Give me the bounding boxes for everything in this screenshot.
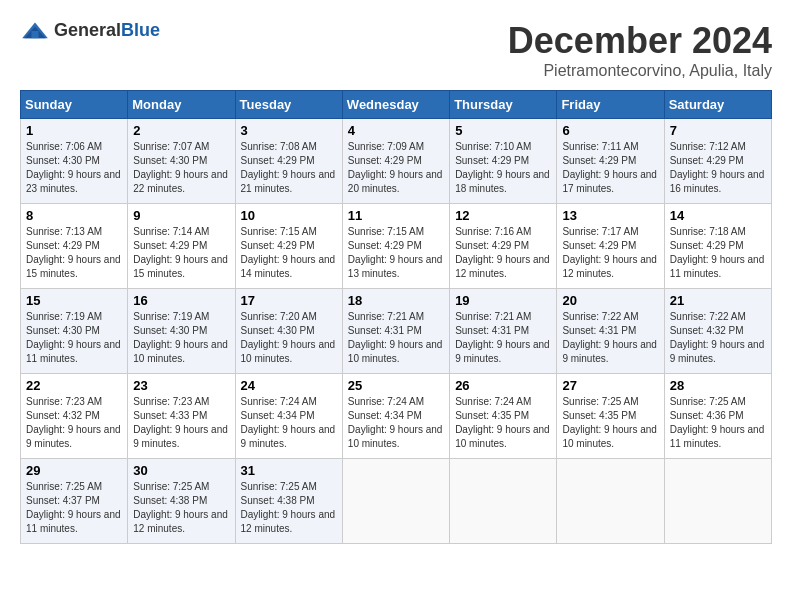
day-number: 13 bbox=[562, 208, 658, 223]
calendar-cell: 26 Sunrise: 7:24 AM Sunset: 4:35 PM Dayl… bbox=[450, 374, 557, 459]
day-info: Sunrise: 7:08 AM Sunset: 4:29 PM Dayligh… bbox=[241, 140, 337, 196]
day-number: 6 bbox=[562, 123, 658, 138]
day-info: Sunrise: 7:15 AM Sunset: 4:29 PM Dayligh… bbox=[241, 225, 337, 281]
day-info: Sunrise: 7:16 AM Sunset: 4:29 PM Dayligh… bbox=[455, 225, 551, 281]
calendar-cell: 13 Sunrise: 7:17 AM Sunset: 4:29 PM Dayl… bbox=[557, 204, 664, 289]
day-info: Sunrise: 7:06 AM Sunset: 4:30 PM Dayligh… bbox=[26, 140, 122, 196]
logo-text-general: General bbox=[54, 20, 121, 40]
day-info: Sunrise: 7:18 AM Sunset: 4:29 PM Dayligh… bbox=[670, 225, 766, 281]
svg-rect-2 bbox=[31, 31, 38, 38]
weekday-header-wednesday: Wednesday bbox=[342, 91, 449, 119]
month-title: December 2024 bbox=[508, 20, 772, 62]
day-number: 4 bbox=[348, 123, 444, 138]
calendar-week-row: 1 Sunrise: 7:06 AM Sunset: 4:30 PM Dayli… bbox=[21, 119, 772, 204]
calendar-cell: 11 Sunrise: 7:15 AM Sunset: 4:29 PM Dayl… bbox=[342, 204, 449, 289]
calendar-cell: 17 Sunrise: 7:20 AM Sunset: 4:30 PM Dayl… bbox=[235, 289, 342, 374]
calendar-week-row: 15 Sunrise: 7:19 AM Sunset: 4:30 PM Dayl… bbox=[21, 289, 772, 374]
page-header: GeneralBlue December 2024 Pietramontecor… bbox=[20, 20, 772, 80]
day-info: Sunrise: 7:25 AM Sunset: 4:36 PM Dayligh… bbox=[670, 395, 766, 451]
day-number: 14 bbox=[670, 208, 766, 223]
day-number: 30 bbox=[133, 463, 229, 478]
calendar-week-row: 22 Sunrise: 7:23 AM Sunset: 4:32 PM Dayl… bbox=[21, 374, 772, 459]
day-number: 8 bbox=[26, 208, 122, 223]
day-info: Sunrise: 7:24 AM Sunset: 4:34 PM Dayligh… bbox=[348, 395, 444, 451]
day-number: 7 bbox=[670, 123, 766, 138]
day-number: 10 bbox=[241, 208, 337, 223]
day-info: Sunrise: 7:25 AM Sunset: 4:37 PM Dayligh… bbox=[26, 480, 122, 536]
day-info: Sunrise: 7:25 AM Sunset: 4:35 PM Dayligh… bbox=[562, 395, 658, 451]
day-number: 26 bbox=[455, 378, 551, 393]
day-info: Sunrise: 7:24 AM Sunset: 4:35 PM Dayligh… bbox=[455, 395, 551, 451]
day-number: 25 bbox=[348, 378, 444, 393]
calendar-cell: 3 Sunrise: 7:08 AM Sunset: 4:29 PM Dayli… bbox=[235, 119, 342, 204]
calendar-week-row: 8 Sunrise: 7:13 AM Sunset: 4:29 PM Dayli… bbox=[21, 204, 772, 289]
calendar-cell: 9 Sunrise: 7:14 AM Sunset: 4:29 PM Dayli… bbox=[128, 204, 235, 289]
day-number: 29 bbox=[26, 463, 122, 478]
calendar-cell: 31 Sunrise: 7:25 AM Sunset: 4:38 PM Dayl… bbox=[235, 459, 342, 544]
day-info: Sunrise: 7:21 AM Sunset: 4:31 PM Dayligh… bbox=[348, 310, 444, 366]
weekday-header-monday: Monday bbox=[128, 91, 235, 119]
calendar-cell: 24 Sunrise: 7:24 AM Sunset: 4:34 PM Dayl… bbox=[235, 374, 342, 459]
calendar-cell: 27 Sunrise: 7:25 AM Sunset: 4:35 PM Dayl… bbox=[557, 374, 664, 459]
calendar-cell: 6 Sunrise: 7:11 AM Sunset: 4:29 PM Dayli… bbox=[557, 119, 664, 204]
day-number: 31 bbox=[241, 463, 337, 478]
title-block: December 2024 Pietramontecorvino, Apulia… bbox=[508, 20, 772, 80]
day-info: Sunrise: 7:14 AM Sunset: 4:29 PM Dayligh… bbox=[133, 225, 229, 281]
day-number: 1 bbox=[26, 123, 122, 138]
calendar-cell bbox=[557, 459, 664, 544]
day-info: Sunrise: 7:23 AM Sunset: 4:33 PM Dayligh… bbox=[133, 395, 229, 451]
day-number: 20 bbox=[562, 293, 658, 308]
calendar-cell: 25 Sunrise: 7:24 AM Sunset: 4:34 PM Dayl… bbox=[342, 374, 449, 459]
location-title: Pietramontecorvino, Apulia, Italy bbox=[508, 62, 772, 80]
logo-text-blue: Blue bbox=[121, 20, 160, 40]
weekday-header-saturday: Saturday bbox=[664, 91, 771, 119]
calendar-cell bbox=[664, 459, 771, 544]
calendar-cell: 14 Sunrise: 7:18 AM Sunset: 4:29 PM Dayl… bbox=[664, 204, 771, 289]
calendar-cell: 10 Sunrise: 7:15 AM Sunset: 4:29 PM Dayl… bbox=[235, 204, 342, 289]
calendar-table: SundayMondayTuesdayWednesdayThursdayFrid… bbox=[20, 90, 772, 544]
day-number: 5 bbox=[455, 123, 551, 138]
calendar-cell: 23 Sunrise: 7:23 AM Sunset: 4:33 PM Dayl… bbox=[128, 374, 235, 459]
calendar-cell bbox=[450, 459, 557, 544]
logo: GeneralBlue bbox=[20, 20, 160, 41]
day-info: Sunrise: 7:23 AM Sunset: 4:32 PM Dayligh… bbox=[26, 395, 122, 451]
logo-icon bbox=[20, 21, 50, 41]
weekday-header-row: SundayMondayTuesdayWednesdayThursdayFrid… bbox=[21, 91, 772, 119]
day-info: Sunrise: 7:07 AM Sunset: 4:30 PM Dayligh… bbox=[133, 140, 229, 196]
calendar-cell: 16 Sunrise: 7:19 AM Sunset: 4:30 PM Dayl… bbox=[128, 289, 235, 374]
calendar-cell: 19 Sunrise: 7:21 AM Sunset: 4:31 PM Dayl… bbox=[450, 289, 557, 374]
calendar-cell: 15 Sunrise: 7:19 AM Sunset: 4:30 PM Dayl… bbox=[21, 289, 128, 374]
calendar-cell: 5 Sunrise: 7:10 AM Sunset: 4:29 PM Dayli… bbox=[450, 119, 557, 204]
day-number: 18 bbox=[348, 293, 444, 308]
calendar-cell: 22 Sunrise: 7:23 AM Sunset: 4:32 PM Dayl… bbox=[21, 374, 128, 459]
day-number: 24 bbox=[241, 378, 337, 393]
calendar-cell: 12 Sunrise: 7:16 AM Sunset: 4:29 PM Dayl… bbox=[450, 204, 557, 289]
day-info: Sunrise: 7:12 AM Sunset: 4:29 PM Dayligh… bbox=[670, 140, 766, 196]
day-info: Sunrise: 7:15 AM Sunset: 4:29 PM Dayligh… bbox=[348, 225, 444, 281]
calendar-cell: 8 Sunrise: 7:13 AM Sunset: 4:29 PM Dayli… bbox=[21, 204, 128, 289]
day-info: Sunrise: 7:09 AM Sunset: 4:29 PM Dayligh… bbox=[348, 140, 444, 196]
calendar-cell bbox=[342, 459, 449, 544]
day-number: 12 bbox=[455, 208, 551, 223]
calendar-cell: 2 Sunrise: 7:07 AM Sunset: 4:30 PM Dayli… bbox=[128, 119, 235, 204]
calendar-cell: 4 Sunrise: 7:09 AM Sunset: 4:29 PM Dayli… bbox=[342, 119, 449, 204]
weekday-header-thursday: Thursday bbox=[450, 91, 557, 119]
calendar-cell: 20 Sunrise: 7:22 AM Sunset: 4:31 PM Dayl… bbox=[557, 289, 664, 374]
day-number: 16 bbox=[133, 293, 229, 308]
day-info: Sunrise: 7:22 AM Sunset: 4:31 PM Dayligh… bbox=[562, 310, 658, 366]
calendar-cell: 29 Sunrise: 7:25 AM Sunset: 4:37 PM Dayl… bbox=[21, 459, 128, 544]
weekday-header-tuesday: Tuesday bbox=[235, 91, 342, 119]
day-number: 11 bbox=[348, 208, 444, 223]
day-number: 17 bbox=[241, 293, 337, 308]
day-info: Sunrise: 7:20 AM Sunset: 4:30 PM Dayligh… bbox=[241, 310, 337, 366]
calendar-cell: 28 Sunrise: 7:25 AM Sunset: 4:36 PM Dayl… bbox=[664, 374, 771, 459]
day-info: Sunrise: 7:17 AM Sunset: 4:29 PM Dayligh… bbox=[562, 225, 658, 281]
day-info: Sunrise: 7:10 AM Sunset: 4:29 PM Dayligh… bbox=[455, 140, 551, 196]
day-number: 21 bbox=[670, 293, 766, 308]
day-info: Sunrise: 7:21 AM Sunset: 4:31 PM Dayligh… bbox=[455, 310, 551, 366]
calendar-cell: 7 Sunrise: 7:12 AM Sunset: 4:29 PM Dayli… bbox=[664, 119, 771, 204]
day-info: Sunrise: 7:13 AM Sunset: 4:29 PM Dayligh… bbox=[26, 225, 122, 281]
day-info: Sunrise: 7:19 AM Sunset: 4:30 PM Dayligh… bbox=[133, 310, 229, 366]
day-number: 9 bbox=[133, 208, 229, 223]
day-number: 19 bbox=[455, 293, 551, 308]
